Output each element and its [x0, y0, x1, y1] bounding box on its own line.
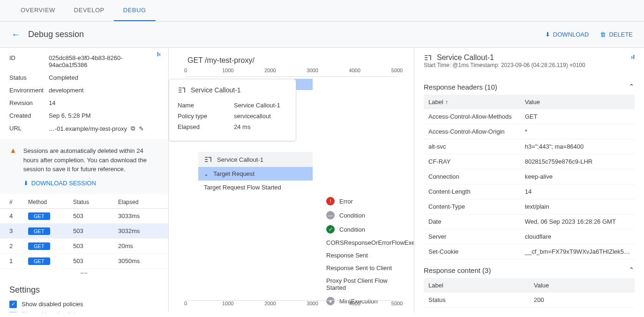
right-subtitle: Start Time: @1ms Timestamp: 2023-09-06 (…: [424, 62, 585, 68]
resize-handle[interactable]: ━━: [0, 271, 168, 276]
event-row[interactable]: !Error: [186, 194, 397, 208]
section-title-response-content: Response content (3): [424, 266, 491, 274]
download-session-button[interactable]: ⬇ DOWNLOAD SESSION: [23, 180, 159, 187]
detail-value: 025dc858-e3f0-4b83-8260-94ac0a1f5386: [49, 54, 159, 68]
event-row[interactable]: Response Sent: [186, 249, 397, 262]
settings-title: Settings: [9, 285, 159, 295]
condition-true-icon: ✓: [326, 225, 335, 234]
tooltip-card: Service Callout-1 NameService Callout-1 …: [169, 79, 296, 141]
table-row: Reason phraseOK: [424, 308, 635, 313]
sort-label[interactable]: Label↑: [424, 95, 520, 109]
policy-icon: [178, 86, 186, 94]
back-icon[interactable]: ←: [11, 29, 21, 40]
checkbox-icon: ✓: [9, 301, 17, 308]
event-row[interactable]: Proxy Post Client Flow Started: [186, 274, 397, 294]
center-panel: GET /my-test-proxy/ 01000200030004000500…: [169, 48, 414, 312]
table-row[interactable]: 1GET5033050ms: [0, 254, 168, 269]
download-icon: ⬇: [545, 31, 550, 38]
warning-box: ▲ Sessions are automatically deleted wit…: [0, 139, 168, 194]
event-row[interactable]: —Condition: [186, 208, 397, 222]
table-row: Access-Control-Allow-Origin*: [424, 124, 635, 139]
checkbox-show-skipped[interactable]: ✓ Show skipped policies: [9, 312, 159, 313]
method-badge: GET: [28, 242, 50, 250]
copy-icon[interactable]: ⧉: [131, 125, 135, 132]
condition-false-icon: —: [326, 211, 335, 219]
ruler: 010002000300040005000: [186, 300, 397, 309]
response-content-table: Label Value Status200Reason phraseOKBody…: [424, 278, 635, 312]
download-button[interactable]: ⬇ DOWNLOAD: [545, 31, 589, 38]
table-row: Content-Typetext/plain: [424, 199, 635, 214]
event-row[interactable]: Response Sent to Client: [186, 262, 397, 274]
table-row[interactable]: 2GET50320ms: [0, 239, 168, 254]
event-row[interactable]: CORSResponseOrErrorFlowExecu: [186, 236, 397, 249]
edit-icon[interactable]: ✎: [139, 125, 144, 132]
checkbox-icon: ✓: [9, 312, 17, 313]
table-row: alt-svch3=":443"; ma=86400: [424, 139, 635, 154]
table-row: DateWed, 06 Sep 2023 16:28:26 GMT: [424, 214, 635, 229]
timeline-row-flow-started[interactable]: Target Request Flow Started: [198, 181, 313, 194]
table-row[interactable]: 3GET5033032ms: [0, 224, 168, 239]
chevron-up-icon[interactable]: ⌃: [629, 83, 635, 91]
method-badge: GET: [28, 212, 50, 220]
method-badge: GET: [28, 257, 50, 265]
table-row: CF-RAY802815c759e876c9-LHR: [424, 154, 635, 169]
delete-icon: 🗑: [600, 31, 606, 38]
table-row: Connectionkeep-alive: [424, 169, 635, 184]
policy-icon: [204, 155, 212, 164]
page-header: ← Debug session ⬇ DOWNLOAD 🗑 DELETE: [0, 22, 644, 48]
checkbox-show-disabled[interactable]: ✓ Show disabled policies: [9, 301, 159, 308]
timeline-row-service-callout[interactable]: Service Callout-1: [198, 152, 313, 167]
delete-button[interactable]: 🗑 DELETE: [600, 31, 633, 38]
collapse-left-icon[interactable]: I‹: [157, 51, 161, 58]
tab-debug[interactable]: DEBUG: [114, 0, 156, 21]
chevron-up-icon[interactable]: ⌃: [629, 266, 635, 274]
table-row: Access-Control-Allow-MethodsGET: [424, 109, 635, 124]
request-title: GET /my-test-proxy/: [169, 48, 414, 68]
right-panel: Service Callout-1 Start Time: @1ms Times…: [414, 48, 644, 312]
error-icon: !: [326, 197, 335, 205]
table-row: Content-Length14: [424, 184, 635, 199]
warning-icon: ▲: [9, 146, 17, 187]
tab-overview[interactable]: OVERVIEW: [11, 0, 65, 21]
right-title: Service Callout-1: [437, 53, 494, 62]
tab-develop[interactable]: DEVELOP: [65, 0, 114, 21]
table-row: Set-Cookie__cf_bm=FX79xT9WXvJa6THIZlek5…: [424, 244, 635, 259]
event-row[interactable]: ✓Condition: [186, 222, 397, 236]
table-row: Servercloudflare: [424, 229, 635, 244]
table-row[interactable]: 4GET5033033ms: [0, 209, 168, 224]
policy-icon: [424, 53, 432, 62]
section-title-response-headers: Response headers (10): [424, 83, 497, 91]
collapse-right-icon[interactable]: ›I: [631, 53, 635, 60]
page-title: Debug session: [28, 30, 84, 39]
table-row: Status200: [424, 293, 635, 308]
sort-arrow-icon: ↑: [445, 98, 449, 106]
tabs: OVERVIEW DEVELOP DEBUG: [0, 0, 644, 22]
download-icon: ⬇: [23, 180, 29, 187]
timeline-row-target-request[interactable]: ⌄ Target Request: [198, 167, 313, 181]
ruler: 010002000300040005000: [186, 68, 397, 77]
detail-label: ID: [9, 54, 49, 68]
response-headers-table: Label↑ Value Access-Control-Allow-Method…: [424, 95, 635, 259]
method-badge: GET: [28, 227, 50, 235]
left-panel: I‹ ID025dc858-e3f0-4b83-8260-94ac0a1f538…: [0, 48, 169, 312]
chevron-down-icon: ⌄: [204, 171, 209, 177]
